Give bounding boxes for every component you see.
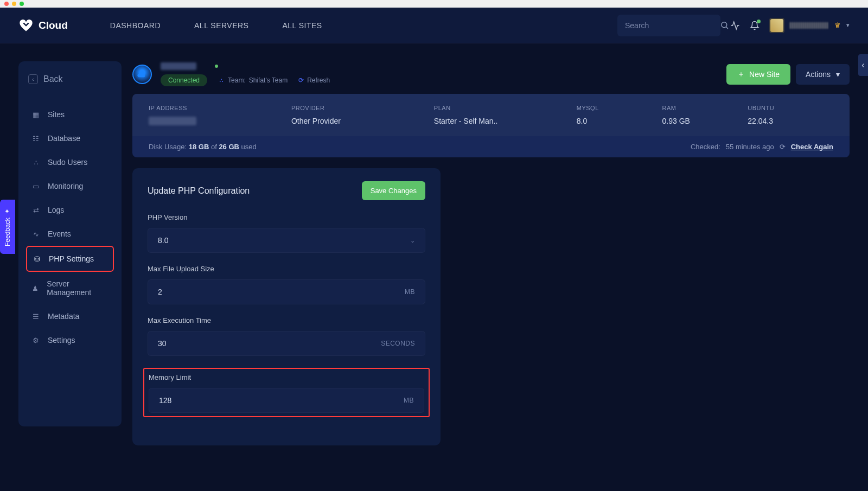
sidebar-item-logs[interactable]: ⇄ Logs: [26, 198, 114, 222]
back-button[interactable]: ‹ Back: [26, 71, 114, 87]
sidebar-label: PHP Settings: [49, 254, 94, 263]
sidebar-item-server-management[interactable]: ♟ Server Management: [26, 272, 114, 304]
server-info-bar: IP ADDRESS PROVIDER Other Provider PLAN …: [132, 94, 850, 136]
brand-text: Cloud: [39, 20, 68, 31]
sidebar-item-database[interactable]: ☷ Database: [26, 126, 114, 150]
browser-chrome: [0, 0, 868, 8]
server-title-block: Connected ⛬ Team: Shifat's Team ⟳ Refres…: [161, 62, 330, 86]
database-icon: ☷: [31, 135, 40, 143]
ubuntu-value: 22.04.3: [748, 117, 833, 125]
ram-label: RAM: [662, 105, 748, 111]
sidebar-label: Logs: [48, 206, 64, 214]
exec-time-unit: SECONDS: [381, 340, 415, 347]
brand-logo[interactable]: Cloud: [18, 18, 68, 33]
bell-icon[interactable]: [750, 21, 760, 30]
exec-time-label: Max Execution Time: [148, 316, 425, 324]
search-input[interactable]: [625, 21, 720, 30]
feedback-tab[interactable]: Feedback ✦: [0, 200, 15, 254]
ram-value: 0.93 GB: [662, 117, 748, 125]
swap-icon: ⇄: [31, 206, 40, 214]
user-name-redacted: [790, 22, 829, 29]
ip-redacted: [149, 117, 196, 125]
sidebar-item-metadata[interactable]: ☰ Metadata: [26, 304, 114, 328]
usage-used: 18 GB: [189, 143, 209, 151]
upload-size-label: Max File Upload Size: [148, 265, 425, 273]
sidebar-item-sudo-users[interactable]: ⛬ Sudo Users: [26, 150, 114, 174]
provider-label: PROVIDER: [291, 105, 434, 111]
global-search[interactable]: [617, 15, 720, 36]
team-icon: ⛬: [218, 76, 225, 84]
header-actions: ＋ New Site Actions ▾: [726, 64, 850, 85]
memory-limit-label: Memory Limit: [149, 373, 425, 381]
heart-cloud-icon: [18, 18, 34, 33]
team-label: ⛬ Team: Shifat's Team: [218, 76, 288, 84]
status-pill: Connected: [161, 74, 207, 86]
mysql-label: MYSQL: [577, 105, 662, 111]
user-menu[interactable]: ♛ ▾: [769, 18, 850, 33]
usage-suffix: used: [241, 143, 257, 151]
server-name-row: [161, 62, 330, 70]
server-header: Connected ⛬ Team: Shifat's Team ⟳ Refres…: [132, 61, 850, 94]
usage-of: of: [211, 143, 217, 151]
plan-value: Starter - Self Man..: [434, 117, 577, 125]
team-prefix: Team:: [228, 76, 246, 84]
php-version-label: PHP Version: [148, 213, 425, 221]
sidebar-label: Server Management: [47, 279, 108, 297]
actions-dropdown[interactable]: Actions ▾: [796, 64, 850, 85]
activity-icon[interactable]: [730, 21, 740, 30]
nav-dashboard[interactable]: DASHBOARD: [110, 21, 161, 30]
window-close-dot[interactable]: [4, 2, 9, 6]
sidebar-label: Sudo Users: [48, 158, 87, 167]
sidebar: ‹ Back ▦ Sites ☷ Database ⛬ Sudo Users ▭…: [18, 61, 122, 426]
sidebar-item-settings[interactable]: ⚙ Settings: [26, 328, 114, 352]
ubuntu-label: UBUNTU: [748, 105, 833, 111]
upload-size-input-wrap[interactable]: MB: [148, 279, 425, 304]
info-provider: PROVIDER Other Provider: [291, 105, 434, 125]
sidebar-item-php-settings[interactable]: ⛁ PHP Settings: [26, 246, 114, 272]
sidebar-item-sites[interactable]: ▦ Sites: [26, 103, 114, 126]
exec-time-input-wrap[interactable]: SECONDS: [148, 331, 425, 356]
svg-line-1: [726, 27, 728, 29]
window-min-dot[interactable]: [12, 2, 16, 6]
info-plan: PLAN Starter - Self Man..: [434, 105, 577, 125]
usage-total: 26 GB: [219, 143, 239, 151]
memory-limit-unit: MB: [404, 397, 414, 404]
right-panel-collapse[interactable]: ‹: [858, 54, 868, 76]
search-icon[interactable]: [720, 21, 729, 30]
nav-all-sites[interactable]: ALL SITES: [282, 21, 322, 30]
nav-links: DASHBOARD ALL SERVERS ALL SITES: [110, 21, 322, 30]
ip-label: IP ADDRESS: [149, 105, 291, 111]
users-icon: ⛬: [31, 158, 40, 167]
new-site-button[interactable]: ＋ New Site: [726, 64, 790, 85]
check-again-button[interactable]: Check Again: [791, 143, 833, 151]
avatar: [769, 18, 784, 33]
sidebar-item-events[interactable]: ∿ Events: [26, 222, 114, 246]
memory-limit-input[interactable]: [159, 396, 404, 405]
monitor-icon: ▭: [31, 182, 40, 190]
php-version-value[interactable]: [158, 236, 410, 245]
info-mysql: MYSQL 8.0: [577, 105, 662, 125]
upload-size-unit: MB: [405, 288, 415, 296]
server-meta-row: Connected ⛬ Team: Shifat's Team ⟳ Refres…: [161, 74, 330, 86]
php-version-select[interactable]: ⌄: [148, 228, 425, 253]
save-changes-button[interactable]: Save Changes: [362, 181, 425, 200]
pulse-icon: ∿: [31, 230, 40, 238]
memory-limit-input-wrap[interactable]: MB: [149, 388, 424, 413]
feedback-label: Feedback: [4, 218, 11, 246]
content-column: Connected ⛬ Team: Shifat's Team ⟳ Refres…: [122, 61, 850, 445]
exec-time-input[interactable]: [158, 339, 381, 348]
chevron-down-icon: ▾: [836, 70, 840, 79]
svg-point-0: [722, 22, 727, 28]
info-ram: RAM 0.93 GB: [662, 105, 748, 125]
disk-usage-bar: Disk Usage: 18 GB of 26 GB used Checked:…: [132, 136, 850, 157]
sidebar-item-monitoring[interactable]: ▭ Monitoring: [26, 174, 114, 198]
plus-icon: ＋: [737, 69, 745, 79]
sparkle-icon: ✦: [4, 207, 11, 214]
upload-size-input[interactable]: [158, 288, 405, 296]
field-upload-size: Max File Upload Size MB: [148, 265, 425, 304]
top-navigation: Cloud DASHBOARD ALL SERVERS ALL SITES ♛ …: [0, 8, 868, 43]
refresh-button[interactable]: ⟳ Refresh: [298, 76, 330, 84]
window-max-dot[interactable]: [20, 2, 24, 6]
nav-all-servers[interactable]: ALL SERVERS: [194, 21, 248, 30]
actions-label: Actions: [806, 70, 831, 79]
